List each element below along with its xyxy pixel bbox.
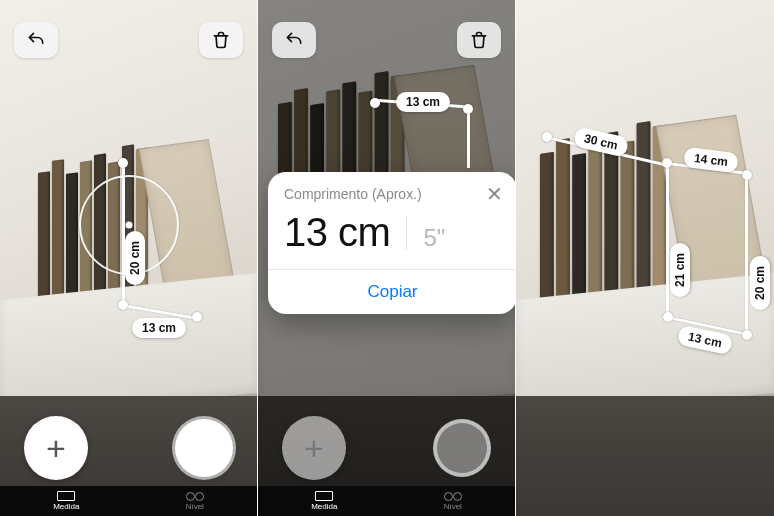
delete-button[interactable] <box>199 22 243 58</box>
tab-level[interactable]: Nível <box>444 491 462 511</box>
panel-1-measure-app: 20 cm 13 cm + Medida Nível <box>0 0 258 516</box>
tab-label: Nível <box>186 502 204 511</box>
undo-icon <box>284 30 304 50</box>
level-icon <box>444 491 462 501</box>
measure-endpoint <box>118 300 128 310</box>
tab-measure[interactable]: Medida <box>311 491 337 511</box>
popup-separator <box>406 216 407 250</box>
ruler-icon <box>57 491 75 501</box>
tab-label: Medida <box>311 502 337 511</box>
ruler-icon <box>315 491 333 501</box>
tab-label: Nível <box>444 502 462 511</box>
measure-line-right-height <box>745 175 748 333</box>
measure-endpoint <box>542 132 552 142</box>
measure-label-top[interactable]: 13 cm <box>396 92 450 112</box>
bottom-controls: + <box>0 416 257 480</box>
measure-label-right-height[interactable]: 20 cm <box>750 256 770 310</box>
tab-bar: Medida Nível <box>0 486 257 516</box>
tab-measure[interactable]: Medida <box>53 491 79 511</box>
measure-endpoint <box>463 104 473 114</box>
panel-3-rectangle-measure: 30 cm 14 cm 21 cm 20 cm 13 cm <box>516 0 774 516</box>
bottom-controls: + <box>258 416 515 480</box>
add-point-button[interactable]: + <box>24 416 88 480</box>
measure-endpoint <box>370 98 380 108</box>
undo-button[interactable] <box>272 22 316 58</box>
measure-endpoint <box>663 312 673 322</box>
measurement-popup: Comprimento (Aprox.) ✕ 13 cm 5" Copiar <box>268 172 516 314</box>
undo-icon <box>26 30 46 50</box>
tab-level[interactable]: Nível <box>186 491 204 511</box>
trash-icon <box>211 30 231 50</box>
plus-icon: + <box>46 431 66 465</box>
measure-line-right <box>467 108 470 168</box>
tab-bar: Medida Nível <box>258 486 515 516</box>
tab-label: Medida <box>53 502 79 511</box>
measure-line-left-height <box>666 163 669 315</box>
panel-2-measure-popup: 13 cm Comprimento (Aprox.) ✕ 13 cm 5" Co… <box>258 0 516 516</box>
screenshot-triptych: 20 cm 13 cm + Medida Nível <box>0 0 774 516</box>
shutter-button[interactable] <box>433 419 491 477</box>
add-point-button[interactable]: + <box>282 416 346 480</box>
measure-endpoint <box>192 312 202 322</box>
undo-button[interactable] <box>14 22 58 58</box>
trash-icon <box>469 30 489 50</box>
measure-endpoint <box>662 158 672 168</box>
popup-close-button[interactable]: ✕ <box>486 184 503 204</box>
level-icon <box>186 491 204 501</box>
measure-label-width[interactable]: 13 cm <box>132 318 186 338</box>
measure-label-left-height[interactable]: 21 cm <box>670 243 690 297</box>
plus-icon: + <box>304 431 324 465</box>
measure-endpoint <box>118 158 128 168</box>
popup-value-secondary: 5" <box>423 224 445 252</box>
measure-label-height[interactable]: 20 cm <box>125 231 145 285</box>
popup-value-primary: 13 cm <box>284 210 390 255</box>
measure-endpoint <box>742 170 752 180</box>
measure-endpoint <box>742 330 752 340</box>
popup-title: Comprimento (Aprox.) <box>284 186 422 202</box>
camera-scene <box>516 0 774 516</box>
shutter-button[interactable] <box>175 419 233 477</box>
popup-copy-button[interactable]: Copiar <box>268 269 516 314</box>
delete-button[interactable] <box>457 22 501 58</box>
